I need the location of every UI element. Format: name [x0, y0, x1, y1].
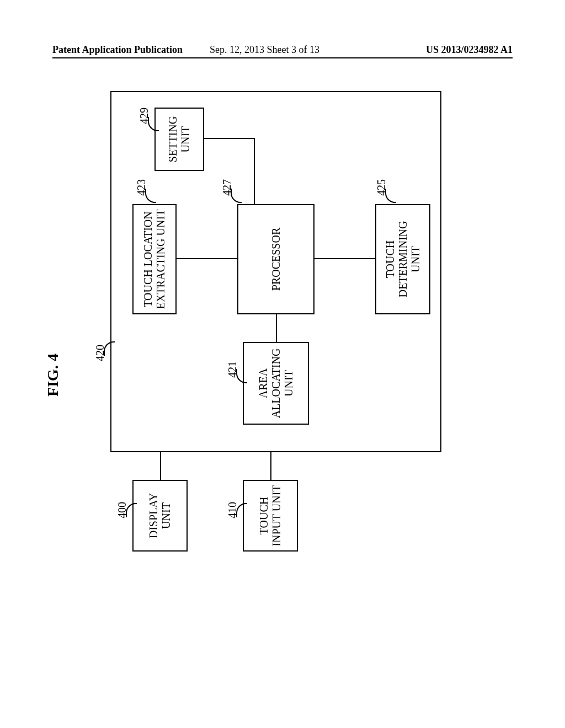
processor-box: PROCESSOR [237, 204, 315, 314]
touch-determining-unit-box: TOUCH DETERMINING UNIT [375, 204, 430, 314]
conn-display-main [160, 452, 161, 480]
header-right: US 2013/0234982 A1 [426, 44, 513, 56]
area-allocating-unit-box: AREA ALLOCATING UNIT [243, 342, 309, 425]
conn-processor-setting-h [254, 138, 255, 204]
conn-processor-touchdet [315, 258, 375, 259]
touch-determining-unit-label: TOUCH DETERMINING UNIT [384, 221, 422, 298]
conn-areaalloc-processor [276, 314, 277, 342]
header-rule [52, 57, 513, 58]
area-allocating-unit-label: AREA ALLOCATING UNIT [257, 349, 295, 419]
header-left: Patent Application Publication [52, 44, 183, 56]
setting-unit-box: SETTING UNIT [154, 108, 204, 171]
lead-420 [104, 341, 115, 356]
touch-input-label: TOUCH INPUT UNIT [258, 485, 283, 546]
touch-location-extracting-unit-box: TOUCH LOCATION EXTRACTING UNIT [132, 204, 177, 314]
figure-title: FIG. 4 [44, 354, 62, 397]
figure-4: FIG. 4 DISPLAY UNIT TOUCH INPUT UNIT ARE… [11, 171, 552, 579]
display-unit-label: DISPLAY UNIT [147, 493, 173, 539]
setting-unit-label: SETTING UNIT [167, 116, 192, 162]
header-center: Sep. 12, 2013 Sheet 3 of 13 [210, 44, 319, 56]
conn-touchloc-processor [177, 258, 237, 259]
touch-location-extracting-unit-label: TOUCH LOCATION EXTRACTING UNIT [142, 210, 167, 309]
page: Patent Application Publication Sep. 12, … [0, 0, 565, 728]
conn-processor-setting-v [204, 138, 255, 139]
conn-touchinput-main [270, 452, 271, 480]
processor-label: PROCESSOR [270, 228, 282, 291]
touch-input-box: TOUCH INPUT UNIT [243, 480, 298, 552]
display-unit-box: DISPLAY UNIT [132, 480, 188, 552]
